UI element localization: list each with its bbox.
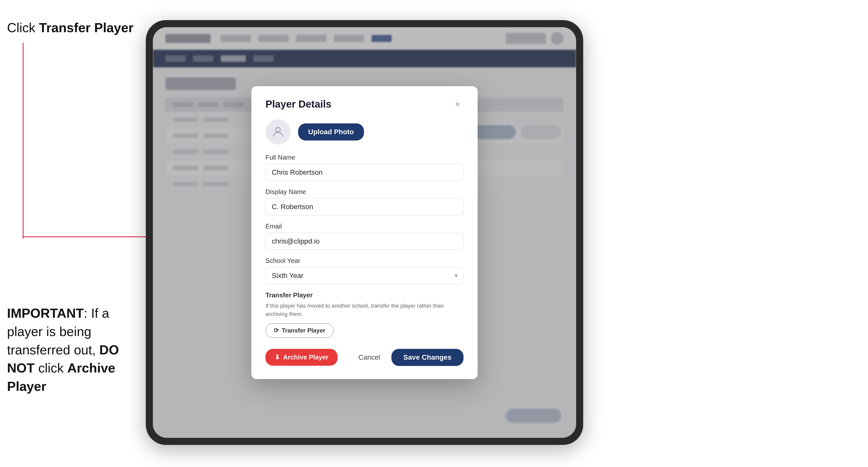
modal-overlay: Player Details × Upload Photo Full N — [153, 27, 576, 438]
footer-right: Cancel Save Changes — [353, 349, 464, 366]
full-name-group: Full Name — [266, 154, 464, 181]
transfer-btn-label: Transfer Player — [282, 327, 325, 334]
avatar-section: Upload Photo — [266, 119, 464, 145]
display-name-input[interactable] — [266, 198, 464, 215]
instruction-highlight: Transfer Player — [39, 20, 133, 35]
archive-btn-label: Archive Player — [283, 353, 329, 361]
transfer-icon: ⟳ — [274, 327, 279, 334]
archive-icon: ⬇ — [275, 353, 280, 361]
full-name-input[interactable] — [266, 164, 464, 181]
tablet-screen: Player Details × Upload Photo Full N — [153, 27, 576, 438]
transfer-section: Transfer Player If this player has moved… — [266, 291, 464, 338]
avatar-placeholder — [266, 119, 290, 145]
transfer-player-button[interactable]: ⟳ Transfer Player — [266, 323, 334, 338]
school-year-group: School Year First Year Second Year Third… — [266, 257, 464, 284]
player-details-modal: Player Details × Upload Photo Full N — [251, 86, 477, 379]
modal-header: Player Details × — [266, 98, 464, 110]
email-label: Email — [266, 222, 464, 230]
display-name-group: Display Name — [266, 188, 464, 215]
upload-photo-button[interactable]: Upload Photo — [298, 123, 364, 141]
school-year-select[interactable]: First Year Second Year Third Year Fourth… — [266, 267, 464, 284]
tablet-frame: Player Details × Upload Photo Full N — [146, 20, 583, 445]
modal-close-button[interactable]: × — [452, 98, 464, 110]
full-name-label: Full Name — [266, 154, 464, 161]
email-group: Email — [266, 222, 464, 250]
annotation-vertical-line — [23, 43, 24, 239]
modal-title: Player Details — [266, 98, 331, 110]
save-changes-button[interactable]: Save Changes — [392, 349, 464, 366]
instruction-prefix: Click — [7, 20, 39, 35]
svg-point-0 — [276, 127, 280, 132]
email-input[interactable] — [266, 233, 464, 250]
school-year-label: School Year — [266, 257, 464, 264]
instruction-bottom: IMPORTANT: If a player is being transfer… — [7, 304, 138, 396]
display-name-label: Display Name — [266, 188, 464, 196]
avatar-icon — [271, 125, 285, 139]
transfer-description: If this player has moved to another scho… — [266, 302, 464, 318]
instruction-important: IMPORTANT — [7, 306, 84, 320]
modal-footer: ⬇ Archive Player Cancel Save Changes — [266, 347, 464, 366]
instruction-rest2: click — [35, 361, 67, 375]
school-year-select-wrapper: First Year Second Year Third Year Fourth… — [266, 267, 464, 284]
instruction-top: Click Transfer Player — [7, 20, 133, 35]
transfer-section-title: Transfer Player — [266, 291, 464, 299]
cancel-button[interactable]: Cancel — [353, 349, 385, 366]
archive-player-button[interactable]: ⬇ Archive Player — [266, 349, 338, 366]
